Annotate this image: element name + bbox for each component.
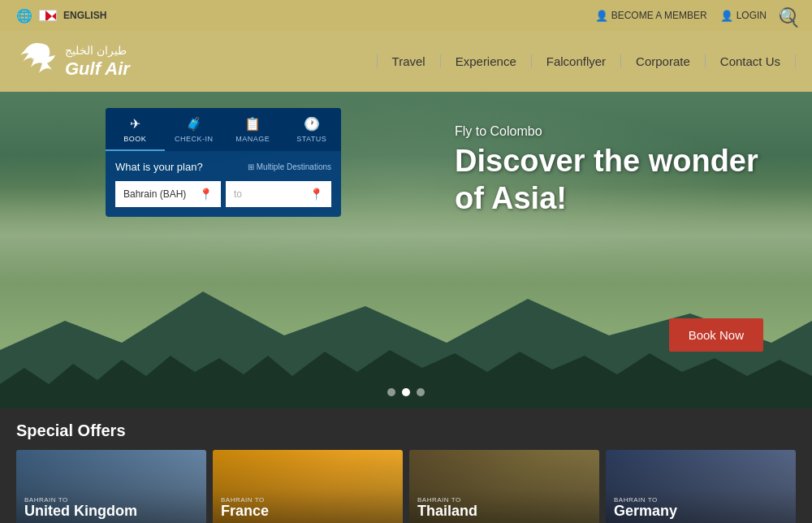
offers-grid: BAHRAIN TO United Kingdom BHD 258 ▲ BAHR… <box>16 450 796 523</box>
offer-france[interactable]: BAHRAIN TO France BHD 197 ▲ <box>213 450 403 523</box>
booking-body: What is your plan? ⊞ Multiple Destinatio… <box>106 151 341 217</box>
to-pin-icon: 📍 <box>309 188 323 201</box>
booking-fields: Bahrain (BAH) 📍 to 📍 <box>115 181 331 207</box>
tab-checkin[interactable]: 🧳 CHECK-IN <box>165 108 224 151</box>
booking-plan-row: What is your plan? ⊞ Multiple Destinatio… <box>115 161 331 173</box>
nav-contact-us[interactable]: Contact Us <box>706 54 796 68</box>
tab-status[interactable]: 🕐 STATUS <box>283 108 342 151</box>
plan-label: What is your plan? <box>115 161 203 173</box>
offer-thailand-price-row: BHD 178 <box>417 520 591 523</box>
to-field[interactable]: to 📍 <box>226 181 331 207</box>
login-icon: 👤 <box>720 10 733 22</box>
nav-falconflyer[interactable]: Falconflyer <box>532 54 621 68</box>
nav-menu: Travel Experience Falconflyer Corporate … <box>377 54 796 68</box>
hero-section: ✈ BOOK 🧳 CHECK-IN 📋 MANAGE 🕐 STATUS What… <box>0 92 812 408</box>
manage-icon: 📋 <box>227 116 279 132</box>
book-icon: ✈ <box>109 116 162 132</box>
top-bar: 🌐 ENGLISH 👤 BECOME A MEMBER 👤 LOGIN 🔍 <box>0 0 812 31</box>
offer-france-price-row: BHD 197 <box>221 520 395 523</box>
nav-experience[interactable]: Experience <box>441 54 532 68</box>
logo-english: Gulf Air <box>65 58 130 79</box>
offer-france-amount: 197 <box>360 520 395 523</box>
become-member-link[interactable]: 👤 BECOME A MEMBER <box>595 10 707 22</box>
offer-uk-amount: 258 <box>163 520 198 523</box>
offer-germany-overlay: BAHRAIN TO Germany BHD 229 <box>606 450 796 523</box>
multi-destinations-link[interactable]: ⊞ Multiple Destinations <box>248 162 331 171</box>
bahrain-flag[interactable] <box>39 10 57 21</box>
logo-arabic: طيران الخليج <box>65 44 130 57</box>
from-pin-icon: 📍 <box>199 188 213 201</box>
grid-icon: ⊞ <box>248 162 254 171</box>
offer-france-overlay: BAHRAIN TO France BHD 197 <box>213 450 403 523</box>
offer-uk-overlay: BAHRAIN TO United Kingdom BHD 258 <box>16 450 206 523</box>
member-icon: 👤 <box>595 10 608 22</box>
logo-bird-icon <box>16 39 57 84</box>
carousel-dot-3[interactable] <box>417 388 425 396</box>
special-offers-section: Special Offers BAHRAIN TO United Kingdom… <box>0 408 812 523</box>
status-icon: 🕐 <box>286 116 339 132</box>
offer-thailand-overlay: BAHRAIN TO Thailand BHD 178 <box>409 450 599 523</box>
hero-text: Fly to Colombo Discover the wonder of As… <box>455 124 763 217</box>
hero-title: Discover the wonder of Asia! <box>455 143 763 217</box>
language-label[interactable]: ENGLISH <box>63 10 106 21</box>
offer-uk-price-row: BHD 258 <box>24 520 198 523</box>
login-link[interactable]: 👤 LOGIN <box>720 10 767 22</box>
offer-thailand[interactable]: BAHRAIN TO Thailand BHD 178 ▲ <box>409 450 599 523</box>
globe-icon[interactable]: 🌐 <box>16 8 32 24</box>
offer-uk[interactable]: BAHRAIN TO United Kingdom BHD 258 ▲ <box>16 450 206 523</box>
tab-book[interactable]: ✈ BOOK <box>106 108 165 151</box>
offer-thailand-amount: 178 <box>556 520 591 523</box>
book-now-button[interactable]: Book Now <box>669 318 763 352</box>
carousel-dot-1[interactable] <box>387 388 395 396</box>
carousel-dots <box>387 388 425 396</box>
search-button[interactable]: 🔍 <box>780 7 796 24</box>
booking-widget: ✈ BOOK 🧳 CHECK-IN 📋 MANAGE 🕐 STATUS What… <box>106 108 341 217</box>
offer-germany-price-row: BHD 229 <box>614 520 788 523</box>
offer-germany-amount: 229 <box>753 520 788 523</box>
special-offers-title: Special Offers <box>16 421 796 440</box>
booking-tabs: ✈ BOOK 🧳 CHECK-IN 📋 MANAGE 🕐 STATUS <box>106 108 341 151</box>
nav-travel[interactable]: Travel <box>377 54 441 68</box>
header: طيران الخليج Gulf Air Travel Experience … <box>0 31 812 92</box>
checkin-icon: 🧳 <box>168 116 221 132</box>
hero-subtitle: Fly to Colombo <box>455 124 763 139</box>
from-field[interactable]: Bahrain (BAH) 📍 <box>115 181 221 207</box>
tab-manage[interactable]: 📋 MANAGE <box>223 108 283 151</box>
top-bar-left: 🌐 ENGLISH <box>16 8 106 24</box>
top-bar-right: 👤 BECOME A MEMBER 👤 LOGIN 🔍 <box>595 7 796 24</box>
nav-corporate[interactable]: Corporate <box>621 54 706 68</box>
offer-germany[interactable]: BAHRAIN TO Germany BHD 229 ▲ <box>606 450 796 523</box>
logo-text: طيران الخليج Gulf Air <box>65 44 130 80</box>
logo[interactable]: طيران الخليج Gulf Air <box>16 39 130 84</box>
carousel-dot-2[interactable] <box>402 388 410 396</box>
